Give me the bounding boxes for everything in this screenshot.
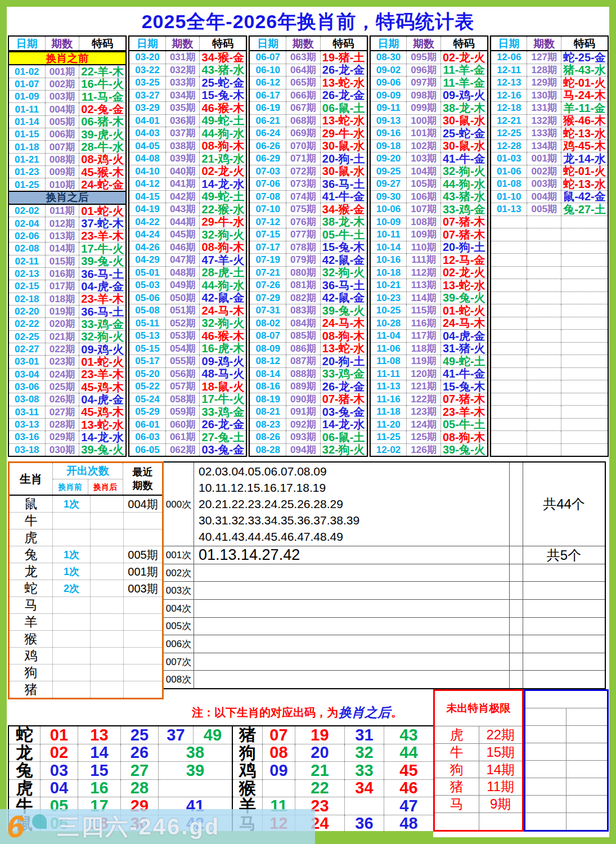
stats-before-count: 1次 [53, 496, 91, 512]
date-cell: 10-11 [371, 228, 407, 241]
tema-cell: 25-蛇-金 [200, 77, 246, 89]
date-cell: 01-09 [9, 91, 46, 102]
limit-zodiac: 猪 [435, 778, 479, 795]
period-row: 01-07002期16-牛-火 [9, 78, 125, 90]
tema-cell: 41-牛-金 [441, 152, 487, 165]
header-date: 日期 [9, 37, 46, 50]
tema-cell: 17-牛-火 [79, 243, 125, 254]
limit-box: 未出特肖极限 虎22期牛15期狗14期猪11期马9期 [433, 689, 524, 832]
period-row: 11-04117期04-虎-金 [371, 329, 487, 342]
date-cell: 05-11 [129, 317, 166, 330]
period-cell: 068期 [286, 115, 321, 127]
map-number-cell [262, 780, 295, 797]
map-row: 猪07193143 [233, 726, 433, 744]
tema-cell: 09-鸡-火 [200, 355, 246, 367]
map-number-cell: 22 [295, 780, 344, 797]
map-number-cell: 38 [158, 744, 232, 762]
date-cell: 10-09 [371, 216, 407, 228]
tema-cell: 03-兔-金 [321, 406, 367, 418]
date-cell: 01-08 [491, 178, 528, 190]
empty-period-row [491, 216, 608, 228]
empty-period-cell [527, 393, 561, 406]
tema-cell: 32-狗-火 [441, 165, 487, 178]
date-cell: 09-06 [371, 77, 407, 89]
header-date: 日期 [129, 37, 166, 50]
period-row: 05-13053期46-猴-木 [129, 329, 246, 342]
date-cell: 04-01 [129, 115, 166, 127]
stats-recent-period: 001期 [124, 563, 162, 580]
date-cell: 09-27 [371, 178, 407, 190]
period-cell: 123期 [407, 406, 441, 418]
tema-cell: 44-狗-水 [200, 279, 246, 291]
counter-row: 005次 [164, 617, 605, 635]
period-cell: 070期 [286, 140, 321, 152]
empty-date-cell [491, 343, 528, 355]
period-row: 02-27022期09-鸡-火 [9, 343, 125, 355]
border-left [0, 0, 7, 844]
date-cell: 09-02 [371, 64, 407, 77]
tema-cell: 08-狗-木 [321, 330, 367, 342]
date-cell: 11-16 [371, 393, 407, 406]
empty-tema-cell [561, 393, 608, 406]
date-cell: 06-07 [250, 51, 286, 64]
note-prefix: 注：以下生肖的对应出码，为 [192, 705, 338, 720]
tema-cell: 05-牛-土 [441, 419, 487, 431]
period-row: 04-26046期08-狗-木 [129, 241, 246, 254]
date-cell: 10-16 [371, 254, 407, 266]
period-cell: 128期 [527, 64, 561, 77]
period-cell: 028期 [46, 419, 80, 430]
blue-box-cell [566, 743, 607, 760]
period-cell: 014期 [46, 243, 80, 254]
date-cell: 09-11 [371, 102, 407, 114]
period-row: 01-18007期28-牛-水 [9, 140, 125, 152]
stats-before-count [53, 513, 91, 529]
stats-col-before: 换肖前 [53, 479, 88, 495]
period-row: 10-06107期33-鸡-金 [371, 203, 487, 216]
empty-date-cell [491, 444, 528, 456]
stats-col-count-title: 开出次数 [53, 463, 123, 479]
tema-cell: 31-猪-火 [441, 343, 487, 355]
period-cell: 002期 [527, 165, 561, 178]
period-row: 12-21132期猴-46-木 [491, 114, 608, 127]
period-cell: 075期 [286, 203, 321, 216]
tema-cell: 07-猪-木 [441, 216, 487, 228]
period-cell: 108期 [407, 216, 441, 228]
tema-cell: 45-猴-木 [79, 166, 125, 178]
counter-spacer [510, 564, 523, 582]
tema-cell: 03-兔-金 [200, 444, 246, 456]
date-cell: 08-16 [250, 380, 286, 393]
period-row: 01-11004期02-兔-金 [9, 102, 125, 115]
border-right [609, 0, 616, 844]
tema-cell: 39-兔-火 [79, 444, 125, 456]
period-cell: 130期 [527, 89, 561, 102]
period-cell: 023期 [46, 356, 80, 367]
period-row: 04-19043期22-猴-水 [129, 203, 246, 216]
period-table-4: 日期期数特码08-30095期02-龙-火09-02096期11-羊-金09-0… [370, 35, 488, 457]
period-cell: 021期 [46, 331, 80, 343]
stats-before-count [53, 597, 91, 613]
header-period: 期数 [166, 37, 200, 50]
empty-period-cell [527, 292, 561, 304]
period-cell: 038期 [166, 140, 200, 152]
tema-cell: 39-虎-火 [79, 128, 125, 140]
period-row: 11-11120期41-牛-金 [371, 367, 487, 380]
empty-tema-cell [561, 444, 608, 456]
tema-cell: 蛇-13-水 [561, 178, 608, 190]
period-cell: 114期 [407, 292, 441, 304]
date-cell: 02-13 [9, 268, 46, 280]
blue-box-row [525, 708, 607, 725]
empty-tema-cell [561, 406, 608, 418]
period-cell: 027期 [46, 406, 80, 418]
date-cell: 06-17 [250, 89, 286, 102]
date-cell: 03-18 [9, 444, 46, 456]
period-cell: 032期 [166, 64, 200, 77]
date-cell: 07-29 [250, 292, 286, 304]
map-number-cell: 21 [295, 762, 344, 779]
numbers-line: 20.21.22.23.24.25.26.28.29 [199, 496, 509, 513]
date-cell: 03-25 [129, 77, 166, 89]
period-cell: 002期 [46, 78, 80, 90]
limit-zodiac: 狗 [435, 761, 479, 778]
date-cell: 01-10 [491, 191, 528, 203]
date-cell: 05-01 [129, 267, 166, 279]
period-cell: 087期 [286, 355, 321, 367]
